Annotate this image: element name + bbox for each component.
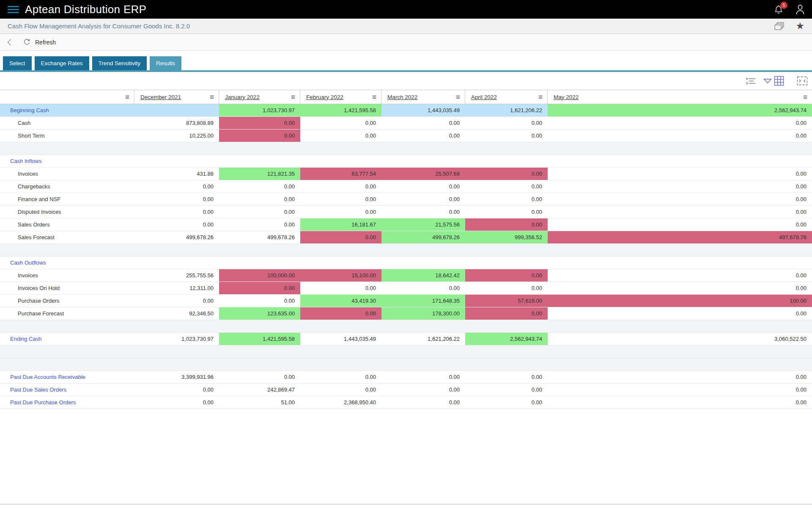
value-cell: 1,443,035.49 xyxy=(300,333,381,345)
value-cell: 0.00 xyxy=(300,130,381,142)
value-cell: 0.00 xyxy=(465,396,548,409)
column-menu-icon[interactable]: ≡ xyxy=(125,94,129,101)
grid-columns-icon[interactable] xyxy=(774,76,784,86)
table-row: Disputed Invoices0.000.000.000.000.000.0… xyxy=(0,206,812,218)
notifications-button[interactable]: 5 xyxy=(774,4,783,15)
user-menu-button[interactable] xyxy=(795,4,805,15)
value-cell: 499,678.26 xyxy=(381,231,465,243)
table-row: Cash873,808.890.000.000.000.000.00 xyxy=(0,117,812,130)
table-row: Past Due Purchase Orders0.0051.002,368,9… xyxy=(0,396,812,409)
value-cell: 0.00 xyxy=(300,231,381,243)
value-cell: 0.00 xyxy=(134,384,219,396)
row-label: Purchase Forecast xyxy=(0,307,134,320)
value-cell: 0.00 xyxy=(548,180,812,193)
value-cell: 999,356.52 xyxy=(465,231,548,243)
value-cell: 178,300.00 xyxy=(381,307,465,320)
value-cell: 1,621,206.22 xyxy=(465,104,548,116)
value-cell: 0.00 xyxy=(219,218,300,231)
value-cell: 0.00 xyxy=(465,206,548,218)
value-cell: 0.00 xyxy=(465,282,548,294)
value-cell: 16,181.67 xyxy=(300,218,381,231)
refresh-label: Refresh xyxy=(35,39,56,46)
value-cell: 0.00 xyxy=(219,180,300,193)
value-cell: 499,678.26 xyxy=(219,231,300,243)
table-row: Finance and NSF0.000.000.000.000.000.00 xyxy=(0,193,812,206)
bottom-divider xyxy=(0,504,812,505)
value-cell xyxy=(381,257,465,269)
tab-exchange-rates[interactable]: Exchange Rates xyxy=(35,56,89,70)
page-title: Cash Flow Management Analysis for Consum… xyxy=(8,22,190,30)
fullscreen-icon[interactable] xyxy=(797,76,808,86)
table-row: Beginning Cash1,023,730.971,421,595.581,… xyxy=(0,104,812,117)
value-cell: 0.00 xyxy=(381,206,465,218)
value-cell: 0.00 xyxy=(300,180,381,193)
value-cell xyxy=(134,155,219,167)
column-menu-icon[interactable]: ≡ xyxy=(538,94,543,101)
value-cell: 0.00 xyxy=(548,396,812,409)
row-label[interactable]: Past Due Sales Orders xyxy=(0,384,134,396)
value-cell: 0.00 xyxy=(300,117,381,129)
menu-icon[interactable] xyxy=(8,6,19,13)
spacer-row xyxy=(0,345,812,358)
value-cell: 497,678.76 xyxy=(548,231,812,243)
value-cell: 0.00 xyxy=(465,218,548,231)
value-cell: 0.00 xyxy=(134,218,219,231)
refresh-button[interactable]: Refresh xyxy=(23,38,56,46)
header-january-2022: January 2022 ≡ xyxy=(219,90,300,104)
row-density-icon[interactable] xyxy=(746,77,756,85)
table-row: Cash Inflows xyxy=(0,155,812,168)
windows-icon[interactable] xyxy=(774,22,785,31)
value-cell: 1,621,206.22 xyxy=(381,333,465,345)
value-cell: 1,023,730.97 xyxy=(219,104,300,116)
column-menu-icon[interactable]: ≡ xyxy=(372,94,376,101)
row-label[interactable]: Past Due Accounts Receivable xyxy=(0,371,134,383)
row-label: Chargebacks xyxy=(0,180,134,193)
table-row: Purchase Forecast92,346.50123,635.000.00… xyxy=(0,307,812,320)
value-cell: 0.00 xyxy=(300,206,381,218)
value-cell: 51.00 xyxy=(219,396,300,409)
value-cell: 57,619.00 xyxy=(465,295,548,307)
top-bar: Aptean Distribution ERP 5 xyxy=(0,0,812,19)
table-row: Cash Outflows xyxy=(0,257,812,269)
value-cell: 0.00 xyxy=(548,307,812,320)
table-body: Beginning Cash1,023,730.971,421,595.581,… xyxy=(0,104,812,409)
tab-trend-sensitivity[interactable]: Trend Sensitivity xyxy=(92,56,147,70)
table-row: Short Term10,225.000.000.000.000.000.00 xyxy=(0,130,812,142)
value-cell: 255,755.56 xyxy=(134,269,219,282)
table-row: Sales Forecast499,678.26499,678.260.0049… xyxy=(0,231,812,244)
value-cell: 100.00 xyxy=(548,295,812,307)
column-menu-icon[interactable]: ≡ xyxy=(291,94,295,101)
favorite-star-icon[interactable]: ★ xyxy=(796,21,804,31)
row-label[interactable]: Beginning Cash xyxy=(0,104,134,116)
value-cell: 0.00 xyxy=(548,168,812,180)
tab-select[interactable]: Select xyxy=(3,56,32,70)
column-menu-icon[interactable]: ≡ xyxy=(456,94,460,101)
value-cell: 0.00 xyxy=(381,282,465,294)
tab-results[interactable]: Results xyxy=(150,56,181,70)
row-label: Invoices On Hold xyxy=(0,282,134,294)
row-label: Finance and NSF xyxy=(0,193,134,205)
row-label[interactable]: Cash Outflows xyxy=(0,257,134,269)
chevron-down-icon[interactable] xyxy=(763,78,772,84)
value-cell: 431.88 xyxy=(134,168,219,180)
value-cell: 2,368,950.40 xyxy=(300,396,381,409)
value-cell: 0.00 xyxy=(134,396,219,409)
breadcrumb-bar: Cash Flow Management Analysis for Consum… xyxy=(0,19,812,34)
row-label[interactable]: Cash Inflows xyxy=(0,155,134,167)
value-cell: 43,419.30 xyxy=(300,295,381,307)
header-row-labels: ≡ xyxy=(0,90,134,104)
value-cell: 499,678.26 xyxy=(134,231,219,243)
table-row: Purchase Orders0.000.0043,419.30171,648.… xyxy=(0,295,812,307)
notification-badge: 5 xyxy=(780,2,787,9)
value-cell xyxy=(300,257,381,269)
back-button[interactable] xyxy=(7,38,12,47)
column-menu-icon[interactable]: ≡ xyxy=(803,94,807,101)
value-cell: 0.00 xyxy=(465,168,548,180)
value-cell: 0.00 xyxy=(548,206,812,218)
row-label[interactable]: Ending Cash xyxy=(0,333,134,345)
value-cell: 18,642.42 xyxy=(381,269,465,282)
column-menu-icon[interactable]: ≡ xyxy=(210,94,214,101)
row-label[interactable]: Past Due Purchase Orders xyxy=(0,396,134,409)
value-cell: 0.00 xyxy=(465,130,548,142)
app-title: Aptean Distribution ERP xyxy=(25,3,146,16)
